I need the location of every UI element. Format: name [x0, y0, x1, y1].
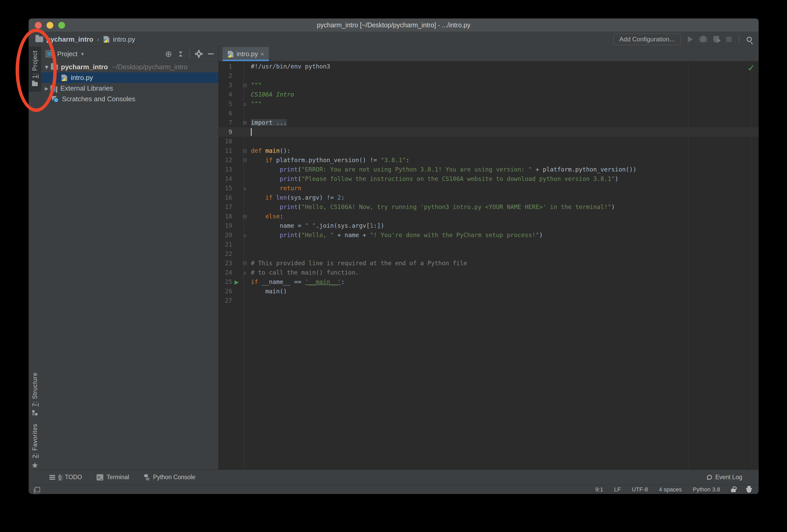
code-line-13[interactable]: 13 print("ERROR: You are not using Pytho… — [219, 165, 759, 174]
code-line-17[interactable]: 17 print("Hello, CS106A! Now, try runnin… — [219, 202, 759, 212]
tool-button-favorites[interactable]: 2: Favorites ★ — [29, 422, 41, 470]
code-line-15[interactable]: 15⌂ return — [219, 184, 759, 193]
fold-marker-icon[interactable]: ⌂ — [241, 101, 249, 107]
expand-arrow-icon[interactable]: ▼ — [43, 65, 50, 70]
code-text[interactable]: CS106A Intro — [249, 91, 294, 98]
code-line-16[interactable]: 16 if len(sys.argv) != 2: — [219, 193, 759, 202]
code-line-27[interactable]: 27 — [219, 296, 759, 305]
caret-position[interactable]: 9:1 — [595, 486, 603, 493]
code-line-23[interactable]: 23⊟# This provided line is required at t… — [219, 258, 759, 268]
code-text[interactable]: print("Hello, " + name + "! You're done … — [249, 232, 543, 238]
locate-file-icon[interactable]: ⊕ — [165, 50, 172, 58]
tool-button-todo[interactable]: 6: TODO — [49, 474, 82, 481]
hide-panel-icon[interactable] — [208, 54, 214, 55]
tree-row-file-selected[interactable]: intro.py — [41, 72, 218, 83]
code-line-12[interactable]: 12⊟ if platform.python_version() != "3.8… — [219, 155, 759, 165]
line-number: 9 — [219, 129, 232, 135]
breadcrumb-project[interactable]: pycharm_intro — [46, 36, 93, 43]
tab-intro-py[interactable]: intro.py × — [222, 47, 269, 61]
code-text[interactable]: return — [249, 185, 301, 192]
reader-hat-icon[interactable] — [747, 489, 751, 493]
code-text[interactable]: """ — [249, 82, 262, 88]
code-line-10[interactable]: 10 — [219, 137, 759, 146]
code-text[interactable] — [249, 128, 252, 136]
debug-icon[interactable] — [700, 36, 706, 42]
title-bar[interactable]: pycharm_intro [~/Desktop/pycharm_intro] … — [29, 19, 759, 32]
code-text[interactable]: import ... — [249, 119, 287, 126]
unlock-icon[interactable] — [731, 489, 736, 492]
fold-marker-icon[interactable]: ⊟ — [241, 82, 249, 88]
code-text[interactable]: main() — [249, 288, 287, 295]
fold-marker-icon[interactable]: ⌂ — [241, 232, 249, 238]
event-log-button[interactable]: Event Log — [707, 474, 742, 481]
code-line-2[interactable]: 2 — [219, 71, 759, 80]
run-with-coverage-icon[interactable] — [714, 36, 719, 43]
fold-marker-icon[interactable]: ⌂ — [241, 270, 249, 275]
code-area[interactable]: ✓ 1#!/usr/bin/env python323⊟"""4CS106A I… — [219, 61, 759, 470]
line-ending[interactable]: LF — [614, 486, 621, 493]
code-text[interactable]: #!/usr/bin/env python3 — [249, 63, 330, 70]
code-line-19[interactable]: 19 name = " ".join(sys.argv[1:]) — [219, 221, 759, 230]
tool-button-project[interactable]: 1: Project — [29, 47, 41, 92]
code-line-18[interactable]: 18⊟ else: — [219, 212, 759, 221]
gear-icon[interactable] — [196, 51, 201, 56]
close-tab-icon[interactable]: × — [260, 50, 264, 58]
code-line-9[interactable]: 9 — [219, 127, 759, 137]
fold-marker-icon[interactable]: ⊟ — [241, 213, 249, 219]
minimize-window-button[interactable] — [47, 22, 54, 29]
tree-row-external-libraries[interactable]: ▶ External Libraries — [41, 83, 218, 94]
tool-button-python-console[interactable]: Python Console — [144, 474, 195, 481]
collapse-all-icon[interactable] — [179, 51, 183, 57]
code-line-22[interactable]: 22 — [219, 249, 759, 258]
breadcrumb-file[interactable]: intro.py — [113, 36, 135, 43]
code-text[interactable]: if platform.python_version() != "3.8.1": — [249, 157, 409, 164]
code-text[interactable]: print("Please follow the instructions on… — [249, 175, 618, 182]
tree-row-scratches[interactable]: Scratches and Consoles — [41, 94, 218, 104]
run-icon[interactable] — [688, 36, 693, 42]
code-text[interactable]: print("ERROR: You are not using Python 3… — [249, 166, 637, 173]
code-line-25[interactable]: 25▶if __name__ == '__main__': — [219, 277, 759, 286]
fold-marker-icon[interactable]: ⊟ — [241, 148, 249, 153]
code-line-5[interactable]: 5⌂""" — [219, 99, 759, 109]
code-text[interactable]: # to call the main() function. — [249, 269, 359, 276]
toggle-tool-windows-icon[interactable] — [35, 487, 40, 492]
fold-marker-icon[interactable]: ⊟ — [241, 157, 249, 163]
file-encoding[interactable]: UTF-8 — [632, 486, 648, 493]
indent-setting[interactable]: 4 spaces — [659, 486, 682, 493]
code-line-14[interactable]: 14 print("Please follow the instructions… — [219, 174, 759, 184]
code-line-11[interactable]: 11⊟def main(): — [219, 146, 759, 155]
tree-row-root[interactable]: ▼ pycharm_intro ~/Desktop/pycharm_intro — [41, 62, 218, 72]
code-text[interactable]: # This provided line is required at the … — [249, 260, 467, 267]
fold-marker-icon[interactable]: ⊞ — [241, 120, 249, 125]
code-line-26[interactable]: 26 main() — [219, 286, 759, 296]
tool-button-terminal[interactable]: >_ Terminal — [97, 474, 129, 481]
code-line-3[interactable]: 3⊟""" — [219, 80, 759, 90]
fold-marker-icon[interactable]: ⊟ — [241, 260, 249, 266]
zoom-window-button[interactable] — [58, 22, 65, 29]
code-line-7[interactable]: 7⊞import ... — [219, 118, 759, 127]
code-line-20[interactable]: 20⌂ print("Hello, " + name + "! You're d… — [219, 230, 759, 240]
tool-button-structure[interactable]: 7: Structure — [29, 371, 41, 418]
line-number: 16 — [219, 194, 232, 201]
code-text[interactable]: if __name__ == '__main__': — [249, 278, 345, 285]
code-text[interactable]: print("Hello, CS106A! Now, try running '… — [249, 204, 615, 210]
code-line-24[interactable]: 24⌂# to call the main() function. — [219, 268, 759, 277]
code-line-1[interactable]: 1#!/usr/bin/env python3 — [219, 62, 759, 71]
interpreter[interactable]: Python 3.8 — [693, 486, 720, 493]
code-text[interactable]: def main(): — [249, 147, 291, 154]
search-everywhere-icon[interactable] — [747, 37, 752, 42]
code-line-4[interactable]: 4CS106A Intro — [219, 90, 759, 99]
code-text[interactable]: """ — [249, 101, 262, 107]
code-text[interactable]: else: — [249, 213, 283, 220]
add-configuration-button[interactable]: Add Configuration... — [613, 33, 681, 45]
run-line-icon[interactable]: ▶ — [232, 278, 241, 285]
code-line-6[interactable]: 6 — [219, 109, 759, 118]
project-panel-title[interactable]: Project — [57, 50, 78, 58]
fold-marker-icon[interactable]: ⌂ — [241, 185, 249, 191]
code-text[interactable]: if len(sys.argv) != 2: — [249, 194, 345, 201]
close-window-button[interactable] — [35, 22, 42, 29]
code-text[interactable]: name = " ".join(sys.argv[1:]) — [249, 222, 384, 229]
code-line-21[interactable]: 21 — [219, 240, 759, 249]
chevron-down-icon[interactable]: ▾ — [81, 51, 84, 57]
collapse-arrow-icon[interactable]: ▶ — [43, 86, 50, 91]
